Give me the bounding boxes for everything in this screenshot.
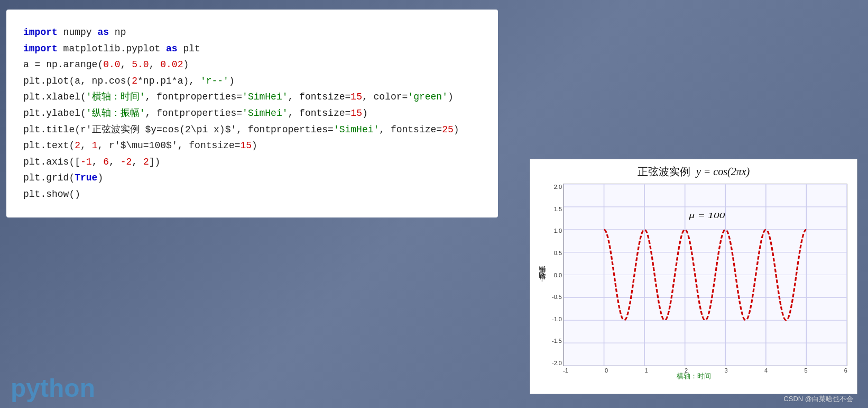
python-text: python	[11, 374, 95, 402]
y-tick: 2.0	[554, 184, 562, 190]
code-line-title: plt.title(r'正弦波实例 $y=cos(2\pi x)$', font…	[23, 122, 481, 138]
code-line-import1: import numpy as np	[23, 24, 481, 41]
code-line-plot: plt.plot(a, np.cos(2*np.pi*a), 'r--')	[23, 73, 481, 89]
code-line-axis: plt.axis([-1, 6, -2, 2])	[23, 154, 481, 170]
code-line-ylabel: plt.ylabel('纵轴：振幅', fontproperties='SimH…	[23, 105, 481, 122]
x-tick: 3	[724, 367, 727, 374]
x-tick: 5	[804, 367, 807, 374]
y-tick: 1.5	[554, 206, 562, 212]
y-tick: -1.0	[552, 316, 562, 322]
y-ticks: 2.01.51.00.50.0-0.5-1.0-1.5-2.0	[550, 184, 562, 366]
code-line-show: plt.show()	[23, 186, 481, 203]
code-block: import numpy as npimport matplotlib.pypl…	[23, 24, 481, 203]
code-line-text: plt.text(2, 1, r'$\mu=100$', fontsize=15…	[23, 138, 481, 154]
y-tick: 0.5	[554, 250, 562, 256]
code-line-arange: a = np.arange(0.0, 5.0, 0.02)	[23, 57, 481, 73]
mu-label: μ = 100	[688, 212, 725, 220]
code-line-xlabel: plt.xlabel('横轴：时间', fontproperties='SimH…	[23, 89, 481, 105]
x-axis-label: 横轴：时间	[677, 371, 711, 381]
y-axis-label: 纵轴：振幅	[537, 278, 547, 285]
chart-area: 纵轴：振幅 2.01.51.00.50.0-0.5-1.0-1.5-2.0 μ …	[535, 181, 852, 382]
y-tick: -1.5	[552, 338, 562, 344]
x-tick: 0	[605, 367, 608, 374]
code-line-grid: plt.grid(True)	[23, 170, 481, 186]
x-tick: -1	[563, 367, 568, 374]
x-tick: 1	[645, 367, 648, 374]
chart-plot-area: μ = 100	[563, 184, 847, 366]
y-tick: -2.0	[552, 360, 562, 366]
chart-title: 正弦波实例 y = cos(2πx)	[535, 165, 852, 179]
y-tick: 1.0	[554, 228, 562, 234]
x-tick: 6	[844, 367, 847, 374]
y-tick: -0.5	[552, 294, 562, 300]
python-logo: python	[11, 374, 95, 403]
csdn-watermark: CSDN @白菜哈也不会	[783, 394, 853, 404]
chart-title-math: y = cos(2πx)	[696, 166, 750, 177]
y-tick: 0.0	[554, 272, 562, 278]
chart-panel: 正弦波实例 y = cos(2πx) 纵轴：振幅 2.01.51.00.50.0…	[530, 159, 857, 394]
x-tick: 4	[764, 367, 768, 374]
code-line-import2: import matplotlib.pyplot as plt	[23, 41, 481, 57]
code-panel: import numpy as npimport matplotlib.pypl…	[6, 10, 498, 217]
x-ticks: -10123456	[563, 360, 847, 366]
y-axis-label-container: 纵轴：振幅	[537, 229, 547, 334]
chart-svg: μ = 100	[564, 184, 847, 366]
chart-title-chinese: 正弦波实例	[638, 166, 690, 177]
